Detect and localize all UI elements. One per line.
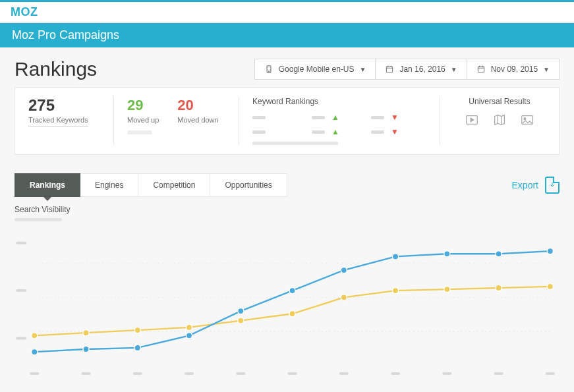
calendar-icon <box>385 65 394 74</box>
svg-rect-3 <box>478 67 484 72</box>
placeholder-line <box>312 130 325 134</box>
date-start-label: Nov 09, 2015 <box>491 65 538 74</box>
series-point-blue[interactable] <box>187 333 192 339</box>
arrow-down-icon: ▼ <box>391 127 399 136</box>
movement-box: 29 Moved up 20 Moved down <box>114 88 239 154</box>
arrow-down-icon: ▼ <box>391 113 399 122</box>
x-tick-placeholder <box>494 372 503 375</box>
series-point-blue[interactable] <box>83 346 89 352</box>
filter-bar: Google Mobile en-US ▼ Jan 16, 2016 ▼ Nov… <box>254 59 560 80</box>
x-tick-placeholder <box>339 372 349 375</box>
page-bar: Moz Pro Campaigns <box>0 23 574 47</box>
series-point-yellow[interactable] <box>393 288 399 294</box>
mobile-icon <box>264 65 273 74</box>
placeholder-line <box>312 116 325 119</box>
series-point-yellow[interactable] <box>238 318 244 323</box>
x-tick-placeholder <box>236 372 245 375</box>
series-point-blue[interactable] <box>134 345 140 350</box>
series-point-blue[interactable] <box>238 308 244 314</box>
x-tick-placeholder <box>133 372 142 375</box>
tracked-keywords-link[interactable]: Tracked Keywords <box>28 116 88 126</box>
x-tick-placeholder <box>30 372 39 375</box>
series-point-blue[interactable] <box>496 251 502 257</box>
moved-down-value: 20 <box>177 97 218 114</box>
keyword-rankings-title: Keyword Rankings <box>252 97 427 106</box>
series-point-blue[interactable] <box>289 288 295 294</box>
caret-down-icon: ▼ <box>543 66 550 73</box>
tab-competition[interactable]: Competition <box>138 173 210 197</box>
image-icon <box>520 113 534 127</box>
caret-down-icon: ▼ <box>359 66 366 73</box>
page-bar-title: Moz Pro Campaigns <box>12 28 119 42</box>
x-tick-placeholder <box>391 372 400 375</box>
chart-title: Search Visibility <box>14 205 560 214</box>
moved-down-label: Moved down <box>177 116 218 124</box>
placeholder-line <box>127 130 152 134</box>
engine-selector[interactable]: Google Mobile en-US ▼ <box>255 59 376 79</box>
date-end-label: Jan 16, 2016 <box>399 65 445 74</box>
engine-selector-label: Google Mobile en-US <box>279 65 355 74</box>
x-tick-placeholder <box>546 372 555 375</box>
series-point-yellow[interactable] <box>444 286 450 292</box>
arrow-up-icon: ▲ <box>331 113 339 122</box>
x-tick-placeholder <box>81 372 90 375</box>
svg-rect-2 <box>387 67 393 72</box>
moved-up-label: Moved up <box>127 116 159 124</box>
page-title: Rankings <box>14 58 97 80</box>
y-tick-placeholder <box>16 289 26 292</box>
series-point-yellow[interactable] <box>496 285 502 291</box>
tracked-keywords-box: 275 Tracked Keywords <box>15 88 114 154</box>
placeholder-line <box>14 218 62 221</box>
svg-point-1 <box>268 71 269 72</box>
moved-up-value: 29 <box>127 97 159 114</box>
series-point-yellow[interactable] <box>134 327 140 333</box>
series-point-blue[interactable] <box>444 251 450 257</box>
line-chart-svg <box>14 224 560 380</box>
placeholder-line <box>252 142 338 145</box>
summary-strip: 275 Tracked Keywords 29 Moved up 20 Move… <box>14 87 560 155</box>
series-point-yellow[interactable] <box>83 330 89 336</box>
download-icon <box>545 177 560 194</box>
series-point-yellow[interactable] <box>289 311 295 317</box>
tab-engines[interactable]: Engines <box>80 173 138 197</box>
series-line-blue <box>34 251 550 352</box>
placeholder-line <box>371 116 384 119</box>
tab-bar: RankingsEnginesCompetitionOpportunities <box>14 173 287 197</box>
y-tick-placeholder <box>16 337 26 339</box>
series-point-blue[interactable] <box>32 349 38 355</box>
x-tick-placeholder <box>288 372 297 375</box>
arrow-up-icon: ▲ <box>331 127 339 136</box>
export-label: Export <box>512 180 538 190</box>
brand-bar: MOZ <box>0 2 574 23</box>
export-button[interactable]: Export <box>512 177 560 194</box>
x-tick-placeholder <box>185 372 194 375</box>
visibility-chart <box>14 224 560 380</box>
svg-point-6 <box>524 118 526 120</box>
series-point-yellow[interactable] <box>341 294 347 300</box>
tab-opportunities[interactable]: Opportunities <box>210 173 287 197</box>
y-tick-placeholder <box>16 242 26 244</box>
calendar-icon <box>476 65 486 74</box>
keyword-rankings-box: Keyword Rankings ▲ ▼ ▲ ▼ <box>239 88 440 154</box>
x-tick-placeholder <box>442 372 451 375</box>
placeholder-line <box>371 130 384 134</box>
caret-down-icon: ▼ <box>451 66 457 73</box>
series-point-yellow[interactable] <box>187 324 192 330</box>
series-point-blue[interactable] <box>341 267 347 273</box>
tracked-keywords-value: 275 <box>28 97 101 114</box>
series-point-yellow[interactable] <box>32 333 38 339</box>
placeholder-line <box>252 130 266 134</box>
tab-rankings[interactable]: Rankings <box>14 173 80 197</box>
video-icon <box>465 113 479 127</box>
map-icon <box>492 113 507 127</box>
universal-results-title: Universal Results <box>453 97 546 106</box>
series-point-blue[interactable] <box>547 248 553 254</box>
date-end-selector[interactable]: Jan 16, 2016 ▼ <box>375 59 466 79</box>
placeholder-line <box>252 116 266 119</box>
universal-results-box: Universal Results <box>440 88 559 154</box>
series-point-blue[interactable] <box>393 254 399 260</box>
brand-logo[interactable]: MOZ <box>11 5 38 19</box>
series-point-yellow[interactable] <box>547 283 553 289</box>
date-start-selector[interactable]: Nov 09, 2015 ▼ <box>467 59 559 79</box>
